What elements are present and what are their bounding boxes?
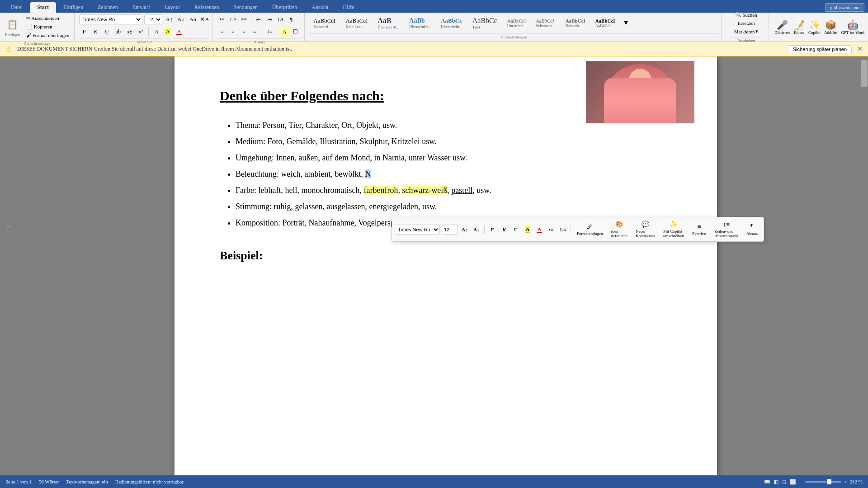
tab-sendungen[interactable]: Sendungen [226, 2, 265, 13]
mini-number-btn[interactable]: 1.≡ [558, 225, 568, 235]
paste-btn[interactable]: 📋 [3, 17, 22, 32]
tab-referenzen[interactable]: Referenzen [187, 2, 226, 13]
mini-linespacing-btn[interactable]: ↕≡ Zeilen- undAbsatzabstand [711, 220, 741, 239]
underline-btn[interactable]: U [102, 27, 112, 37]
word-count[interactable]: 56 Wörter [39, 479, 59, 484]
zoom-out-btn[interactable]: − [800, 479, 802, 484]
font-grow-btn[interactable]: A↑ [164, 14, 174, 24]
font-size-select[interactable]: 12 [144, 14, 162, 24]
tab-ueberpruefen[interactable]: Überprüfen [265, 2, 304, 13]
zoom-in-btn[interactable]: + [844, 479, 847, 484]
style-schwache[interactable]: AaBbCcI Schwache... [532, 17, 559, 29]
view-read-btn[interactable]: 📖 [764, 479, 770, 485]
align-right-btn[interactable]: ≡ [239, 27, 249, 37]
bold-btn[interactable]: F [79, 27, 89, 37]
bullets-btn[interactable]: •≡ [217, 14, 227, 24]
style-standard[interactable]: AaBbCcI Standard [309, 16, 340, 30]
editor-btn[interactable]: 📝 Editor [793, 19, 805, 35]
mini-shrink-btn[interactable]: A↓ [472, 225, 481, 235]
style-ueberschrift2[interactable]: AaBb Überschrift... [405, 16, 435, 30]
tab-start[interactable]: Start [30, 2, 56, 13]
mini-bold-btn[interactable]: F [487, 225, 497, 235]
zoom-slider[interactable] [805, 481, 841, 483]
mini-bullet-btn[interactable]: •≡ [546, 225, 556, 235]
view-web-btn[interactable]: ◻ [782, 479, 786, 485]
tab-datei[interactable]: Datei [4, 2, 30, 13]
copilot-btn[interactable]: ✨ Copilot [808, 19, 821, 35]
bullet-list: Thema: Person, Tier, Charakter, Ort, Obj… [220, 117, 676, 231]
select-btn[interactable]: Markieren ▾ [732, 28, 761, 35]
tab-einfuegen[interactable]: Einfügen [56, 2, 90, 13]
focus-btn[interactable]: ⬜ [790, 479, 796, 485]
style-kein-leeraum[interactable]: AaBbCcI Kein Lee... [341, 16, 372, 30]
save-later-btn[interactable]: Sicherung später planen [788, 45, 852, 53]
paragraph-mark-icon[interactable]: ↔ [5, 223, 12, 230]
numbering-btn[interactable]: 1.≡ [228, 14, 238, 24]
font-name-select[interactable]: Times New Ro [79, 14, 142, 24]
mini-formatvorlagen-btn[interactable]: 🖊 Formatvorlagen [574, 222, 606, 237]
mini-highlight-btn[interactable]: A [523, 225, 533, 235]
ribbon-right-btn-gpt[interactable]: gptforwork.com [825, 3, 864, 12]
strikethrough-btn[interactable]: ab [113, 27, 123, 37]
diktieren-btn[interactable]: 🎤 Diktieren [774, 19, 790, 35]
style-ueberschrift1[interactable]: AaB Überschrift... [374, 15, 404, 31]
notification-close-btn[interactable]: ✕ [857, 45, 863, 53]
replace-btn[interactable]: Ersetzen [736, 19, 757, 27]
change-case-btn[interactable]: Aa [188, 14, 198, 24]
indent-decrease-btn[interactable]: ⇤ [254, 14, 264, 24]
mini-comment-btn[interactable]: 💬 NeuerKommentar [632, 219, 658, 239]
font-color-btn[interactable]: A [174, 27, 184, 37]
tab-hilfe[interactable]: Hilfe [336, 2, 362, 13]
mini-italic-btn[interactable]: K [499, 225, 509, 235]
mini-copilot-btn[interactable]: ✨ Mit Copilotumschreiben [660, 219, 687, 239]
text-effects-btn[interactable]: A [151, 27, 161, 37]
superscript-btn[interactable]: x² [136, 27, 146, 37]
spellcheck-status[interactable]: Textvorhersagen: ein [66, 479, 108, 484]
styles-expand-btn[interactable]: ▼ [621, 18, 631, 28]
mini-define-color-btn[interactable]: 🎨 rbendefinieren [608, 219, 631, 239]
mini-absatz-btn[interactable]: ¶ Absatz [743, 222, 761, 237]
format-copy-btn[interactable]: 🖌 Format übertragen [24, 32, 71, 39]
sort-btn[interactable]: ↕A [275, 14, 285, 24]
tab-layout[interactable]: Layout [157, 2, 187, 13]
search-btn[interactable]: 🔍 Suchen [733, 11, 759, 19]
show-marks-btn[interactable]: ¶ [286, 14, 296, 24]
align-center-btn[interactable]: ≡ [228, 27, 238, 37]
style-hervorhebung[interactable]: AaBbCcI Hervorh... [561, 17, 590, 29]
font-shrink-btn[interactable]: A↓ [176, 14, 186, 24]
border-btn[interactable]: ☐ [290, 27, 300, 37]
zoom-level[interactable]: 212 % [850, 479, 863, 484]
subscript-btn[interactable]: x₂ [124, 27, 134, 37]
indent-increase-btn[interactable]: ⇥ [264, 14, 274, 24]
tab-ansicht[interactable]: Ansicht [304, 2, 335, 13]
add-in-btn[interactable]: 📦 Add-Ins [824, 19, 838, 35]
mini-color-btn[interactable]: A [534, 225, 544, 235]
zoom-thumb [827, 479, 831, 484]
justify-btn[interactable]: ≡ [250, 27, 259, 37]
italic-btn[interactable]: K [90, 27, 100, 37]
highlighted-text-farbenfroh: farbenfroh [363, 186, 398, 195]
style-ueberschrift3[interactable]: AaBbCc Überschrift... [437, 16, 467, 30]
mini-size-input[interactable] [442, 225, 458, 235]
style-starke[interactable]: AaBbCcI AaBbCcI [591, 17, 619, 29]
tab-zeichnen[interactable]: Zeichnen [90, 2, 125, 13]
clear-format-btn[interactable]: ✕A [199, 14, 209, 24]
mini-underline-btn[interactable]: U [511, 225, 521, 235]
align-left-btn[interactable]: ≡ [217, 27, 227, 37]
accessibility-status[interactable]: Bedienungshilfen: nicht verfügbar [115, 479, 184, 484]
mini-center-btn[interactable]: ≡ Zentriert [689, 222, 709, 237]
tab-entwurf[interactable]: Entwurf [125, 2, 157, 13]
style-untertitel[interactable]: AaBbCcI Untertitel [503, 17, 530, 29]
highlight-color-btn[interactable]: A [163, 27, 173, 37]
line-spacing-btn[interactable]: ↕≡ [264, 27, 274, 37]
scrollbar-thumb[interactable] [861, 60, 868, 87]
style-titel[interactable]: AaBbCc Titel [468, 15, 501, 31]
shading-btn[interactable]: A [279, 27, 289, 37]
view-print-btn[interactable]: ◧ [774, 479, 778, 485]
copy-btn[interactable]: 📄 Kopieren [24, 23, 71, 31]
cut-btn[interactable]: ✂ Ausschneiden [24, 14, 71, 22]
mini-grow-btn[interactable]: A↑ [460, 225, 470, 235]
mini-font-select[interactable]: Times New Ro [395, 225, 440, 235]
multilevel-btn[interactable]: ≡≡ [239, 14, 249, 24]
gpt-btn[interactable]: 🤖 GPT for Word [841, 19, 864, 35]
